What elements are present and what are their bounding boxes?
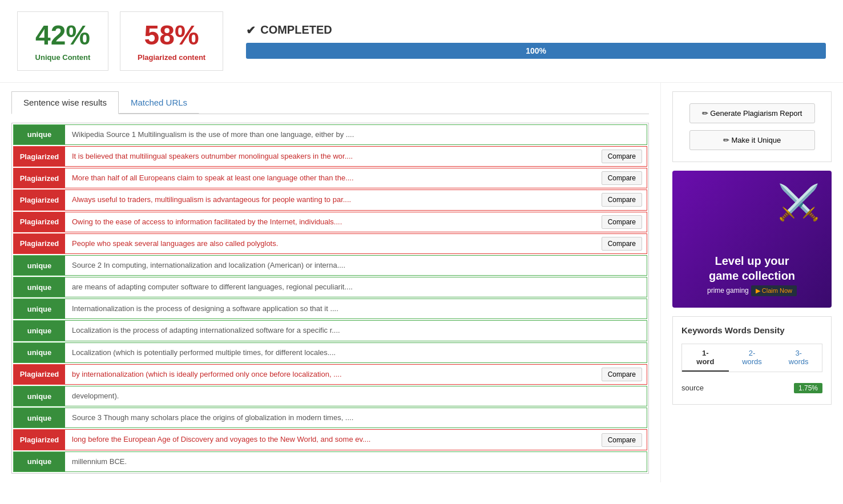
unique-label: Unique Content <box>35 53 91 62</box>
kw-tab-2words[interactable]: 2-words <box>729 344 776 372</box>
table-row: uniquemillennium BCE. <box>13 451 647 472</box>
result-text: More than half of all Europeans claim to… <box>65 168 597 188</box>
plagiarized-badge: Plagiarized <box>14 430 65 449</box>
keywords-title: Keywords Words Density <box>681 325 822 335</box>
table-row: Plagiarizedby internationalization (whic… <box>13 364 647 385</box>
ad-graphic: ⚔️ <box>777 182 820 223</box>
completed-section: ✔ COMPLETED 100% <box>235 23 826 59</box>
compare-button[interactable]: Compare <box>602 368 642 381</box>
unique-badge: unique <box>14 452 65 471</box>
unique-badge: unique <box>14 386 65 406</box>
ad-sub: prime gaming ▶ Claim Now <box>707 285 797 296</box>
plagiarized-badge: Plagiarized <box>14 190 65 209</box>
unique-badge: unique <box>14 408 65 428</box>
plagiarized-badge: Plagiarized <box>14 365 65 384</box>
right-panel: ✏ Generate Plagiarism Report ✏ Make it U… <box>660 83 843 482</box>
checkmark-icon: ✔ <box>246 23 256 37</box>
actions-box: ✏ Generate Plagiarism Report ✏ Make it U… <box>672 91 832 162</box>
tab-matched-urls[interactable]: Matched URLs <box>119 91 199 114</box>
ad-content: Level up yourgame collection prime gamin… <box>707 253 797 296</box>
make-unique-button[interactable]: ✏ Make it Unique <box>689 130 815 150</box>
table-row: uniqueSource 2 In computing, internation… <box>13 255 647 276</box>
keywords-density-box: Keywords Words Density 1-word 2-words 3-… <box>672 316 832 405</box>
prime-gaming-label: prime gaming <box>707 287 749 295</box>
table-row: uniqueLocalization (which is potentially… <box>13 342 647 363</box>
compare-button[interactable]: Compare <box>602 237 642 251</box>
table-row: uniqueSource 3 Though many scholars plac… <box>13 408 647 428</box>
result-text: Localization (which is potentially perfo… <box>65 343 647 362</box>
results-container[interactable]: uniqueWikipedia Source 1 Multilingualism… <box>11 123 649 474</box>
keyword-label: source <box>681 384 704 392</box>
compare-button[interactable]: Compare <box>602 193 642 207</box>
left-panel: Sentence wise results Matched URLs uniqu… <box>0 83 660 482</box>
result-text: are means of adapting computer software … <box>65 277 647 297</box>
table-row: uniquedevelopment). <box>13 386 647 406</box>
plagiarized-label: Plagiarized content <box>138 53 205 62</box>
unique-badge: unique <box>14 299 65 318</box>
table-row: PlagiarizedOwing to the ease of access t… <box>13 212 647 232</box>
result-text: Owing to the ease of access to informati… <box>65 212 597 232</box>
result-text: Source 3 Though many scholars place the … <box>65 408 647 428</box>
completed-title: ✔ COMPLETED <box>246 23 826 37</box>
result-text: People who speak several languages are a… <box>65 234 597 253</box>
result-text: Wikipedia Source 1 Multilingualism is th… <box>65 125 647 144</box>
kw-tab-1word[interactable]: 1-word <box>682 344 729 372</box>
table-row: PlagiarizedMore than half of all Europea… <box>13 168 647 188</box>
kw-tab-3words[interactable]: 3-words <box>775 344 822 372</box>
plagiarized-badge: Plagiarized <box>14 147 65 166</box>
tabs-container: Sentence wise results Matched URLs <box>11 91 649 114</box>
table-row: uniqueare means of adapting computer sof… <box>13 277 647 297</box>
unique-stat-box: 42% Unique Content <box>17 11 108 71</box>
keyword-row: source 1.75% <box>681 381 822 396</box>
table-row: PlagiarizedIt is believed that multiling… <box>13 146 647 167</box>
table-row: uniqueLocalization is the process of ada… <box>13 320 647 341</box>
plagiarized-badge: Plagiarized <box>14 212 65 232</box>
table-row: PlagiarizedPeople who speak several lang… <box>13 233 647 254</box>
table-row: uniqueWikipedia Source 1 Multilingualism… <box>13 124 647 145</box>
plagiarized-percent: 58% <box>138 21 205 51</box>
unique-badge: unique <box>14 321 65 340</box>
keywords-tabs: 1-word 2-words 3-words <box>681 344 822 372</box>
table-row: Plagiarizedlong before the European Age … <box>13 429 647 450</box>
result-text: development). <box>65 386 647 406</box>
unique-badge: unique <box>14 256 65 275</box>
result-text: millennium BCE. <box>65 452 647 471</box>
result-text: by internationalization (which is ideall… <box>65 365 597 384</box>
result-text: Source 2 In computing, internationalizat… <box>65 256 647 275</box>
result-text: Always useful to traders, multilingualis… <box>65 190 597 209</box>
unique-badge: unique <box>14 125 65 144</box>
advertisement-banner: ⚔️ Level up yourgame collection prime ga… <box>672 171 832 308</box>
keyword-value: 1.75% <box>794 383 822 393</box>
compare-button[interactable]: Compare <box>602 433 642 447</box>
table-row: PlagiarizedAlways useful to traders, mul… <box>13 189 647 210</box>
unique-percent: 42% <box>35 21 91 51</box>
progress-bar: 100% <box>246 43 826 59</box>
unique-badge: unique <box>14 277 65 297</box>
plagiarized-badge: Plagiarized <box>14 234 65 253</box>
compare-button[interactable]: Compare <box>602 215 642 229</box>
result-text: long before the European Age of Discover… <box>65 430 597 449</box>
tab-sentence-results[interactable]: Sentence wise results <box>11 91 119 114</box>
plagiarized-badge: Plagiarized <box>14 168 65 188</box>
compare-button[interactable]: Compare <box>602 171 642 185</box>
table-row: uniqueInternationalization is the proces… <box>13 299 647 319</box>
unique-badge: unique <box>14 343 65 362</box>
result-text: Localization is the process of adapting … <box>65 321 647 340</box>
plagiarized-stat-box: 58% Plagiarized content <box>120 11 223 71</box>
ad-title: Level up yourgame collection <box>707 253 797 283</box>
result-text: Internationalization is the process of d… <box>65 299 647 318</box>
claim-now-button[interactable]: ▶ Claim Now <box>751 285 797 296</box>
compare-button[interactable]: Compare <box>602 150 642 163</box>
result-text: It is believed that multilingual speaker… <box>65 147 597 166</box>
generate-report-button[interactable]: ✏ Generate Plagiarism Report <box>689 103 815 123</box>
